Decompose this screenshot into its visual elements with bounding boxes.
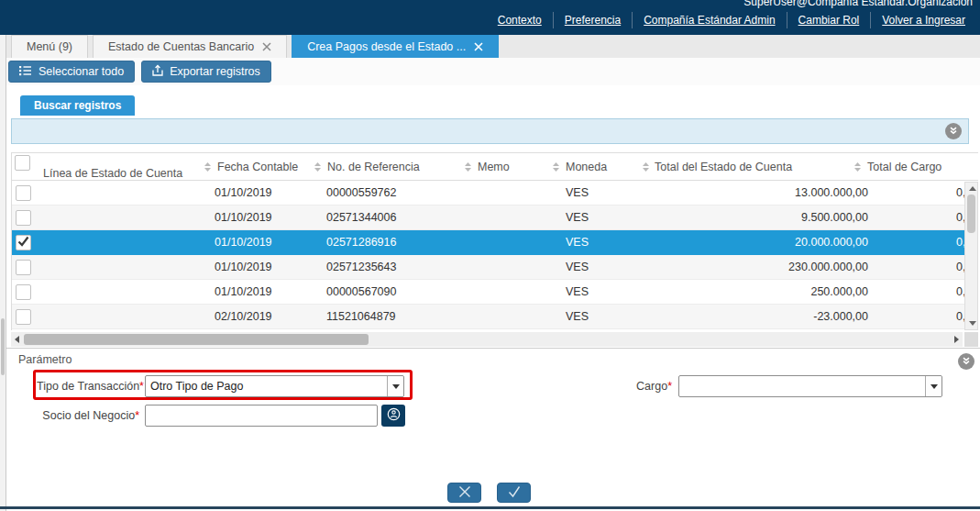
row-checkbox[interactable] — [16, 284, 31, 300]
dropdown-button[interactable] — [925, 376, 941, 396]
business-partner-search-button[interactable] — [381, 405, 405, 427]
search-filter-panel[interactable] — [11, 118, 969, 144]
cell-no-referencia: 02571235643 — [326, 255, 436, 280]
collapse-search-button[interactable] — [945, 123, 962, 139]
column-header-linea[interactable]: Línea de Estado de Cuenta — [43, 167, 182, 180]
splitter-handle[interactable] — [1, 318, 5, 375]
scroll-up-arrow-icon[interactable] — [969, 186, 976, 191]
cell-total-cargo: 0,00 — [956, 255, 964, 280]
table-row[interactable]: 02/10/2019 11521064879 VES -23.000,00 0,… — [12, 305, 964, 329]
cell-moneda: VES — [566, 255, 621, 280]
chevron-down-icon — [392, 384, 400, 389]
transaction-type-value: Otro Tipo de Pago — [150, 376, 243, 396]
tab-estado-de-cuentas-bancario[interactable]: Estado de Cuentas Bancario — [93, 35, 287, 58]
cell-moneda: VES — [566, 181, 621, 206]
scroll-right-arrow-icon[interactable] — [954, 336, 959, 343]
x-icon — [457, 485, 472, 501]
cell-moneda: VES — [566, 280, 621, 305]
export-records-button[interactable]: Exportar registros — [141, 61, 271, 83]
horizontal-scroll-thumb[interactable] — [24, 334, 369, 345]
cancel-button[interactable] — [447, 483, 481, 503]
tab-menu[interactable]: Menú (9) — [11, 35, 88, 58]
column-header-moneda[interactable]: Moneda — [566, 161, 607, 173]
collapse-parameter-button[interactable] — [958, 353, 974, 370]
row-checkbox[interactable] — [16, 309, 31, 325]
close-icon[interactable] — [474, 42, 483, 51]
sort-arrows-icon[interactable] — [464, 161, 472, 172]
panel-divider — [6, 348, 980, 349]
column-header-total-cargo[interactable]: Total de Cargo — [867, 161, 941, 173]
close-icon[interactable] — [262, 42, 271, 51]
cell-memo — [478, 280, 551, 305]
column-header-memo[interactable]: Memo — [478, 161, 510, 173]
sort-arrows-icon[interactable] — [853, 161, 862, 172]
business-partner-input[interactable] — [145, 405, 378, 427]
charge-select[interactable] — [678, 375, 942, 397]
list-icon — [19, 65, 32, 79]
application-window: SuperUser@Compañía Estándar.Organización… — [0, 0, 980, 511]
tab-label: Estado de Cuentas Bancario — [108, 40, 254, 53]
vertical-scrollbar[interactable] — [964, 182, 978, 330]
cell-no-referencia: 00000567090 — [326, 280, 436, 305]
column-header-fecha-contable[interactable]: Fecha Contable — [217, 161, 298, 173]
cell-memo — [478, 181, 551, 206]
link-cambiar-rol[interactable]: Cambiar Rol — [787, 12, 871, 28]
check-icon — [17, 236, 29, 250]
required-marker: * — [139, 380, 144, 393]
transaction-type-select[interactable]: Otro Tipo de Pago — [145, 375, 404, 397]
horizontal-scrollbar[interactable] — [11, 332, 963, 347]
link-contexto[interactable]: Contexto — [487, 12, 553, 28]
charge-label: Cargo* — [587, 380, 672, 393]
tab-label: Crea Pagos desde el Estado ... — [307, 40, 466, 53]
upload-icon — [152, 64, 163, 79]
row-checkbox-checked[interactable] — [16, 235, 31, 250]
row-checkbox[interactable] — [16, 260, 31, 275]
sort-arrows-icon[interactable] — [552, 161, 560, 172]
window-bottom-border — [0, 506, 980, 509]
cell-total-estado: 13.000.000,00 — [643, 181, 868, 206]
select-all-checkbox[interactable] — [15, 155, 30, 171]
scroll-left-arrow-icon[interactable] — [15, 336, 19, 343]
confirm-button[interactable] — [497, 483, 531, 503]
scroll-down-arrow-icon[interactable] — [969, 321, 976, 326]
parameter-panel-title: Parámetro — [18, 353, 72, 366]
table-row[interactable]: 01/10/2019 02571235643 VES 230.000.000,0… — [12, 255, 964, 280]
cell-fecha-contable: 01/10/2019 — [215, 280, 297, 305]
sort-arrows-icon[interactable] — [204, 161, 212, 172]
cell-fecha-contable: 01/10/2019 — [215, 255, 297, 280]
cell-total-cargo: 0,00 — [956, 181, 964, 206]
link-compania-estandar-admin[interactable]: Compañía Estándar Admin — [632, 12, 786, 28]
sort-arrows-icon[interactable] — [642, 161, 650, 172]
sort-arrows-icon[interactable] — [314, 161, 322, 172]
search-tab-label: Buscar registros — [34, 99, 121, 112]
table-row[interactable]: 01/10/2019 02571344006 VES 9.500.000,00 … — [12, 206, 964, 230]
transaction-type-label: Tipo de Transacción* — [37, 380, 139, 393]
row-checkbox[interactable] — [16, 185, 31, 201]
double-chevron-down-icon — [962, 355, 971, 368]
cell-fecha-contable: 02/10/2019 — [215, 305, 297, 329]
cell-fecha-contable: 01/10/2019 — [215, 230, 297, 255]
west-panel-splitter[interactable] — [0, 35, 6, 511]
link-preferencia[interactable]: Preferencia — [553, 12, 632, 28]
cell-moneda: VES — [566, 305, 621, 329]
table-row-selected[interactable]: 01/10/2019 02571286916 VES 20.000.000,00… — [12, 230, 964, 255]
dropdown-button[interactable] — [387, 376, 403, 396]
cell-memo — [478, 230, 551, 255]
tab-buscar-registros[interactable]: Buscar registros — [20, 95, 135, 116]
select-all-button[interactable]: Seleccionar todo — [8, 61, 135, 83]
cell-fecha-contable: 01/10/2019 — [215, 206, 297, 230]
column-header-total-estado[interactable]: Total del Estado de Cuenta — [655, 161, 792, 173]
label-text: Tipo de Transacción — [37, 380, 139, 393]
double-chevron-down-icon — [949, 125, 958, 138]
link-volver-a-ingresar[interactable]: Volver a Ingresar — [870, 12, 976, 28]
cell-total-estado: 20.000.000,00 — [643, 230, 868, 255]
label-text: Socio del Negocio — [42, 409, 135, 422]
person-circle-icon — [387, 407, 401, 424]
table-row[interactable]: 01/10/2019 00000559762 VES 13.000.000,00… — [12, 181, 964, 206]
tab-crea-pagos-desde-el-estado[interactable]: Crea Pagos desde el Estado ... — [292, 35, 499, 58]
cell-total-cargo: 0,00 — [956, 230, 964, 255]
row-checkbox[interactable] — [16, 210, 31, 226]
vertical-scroll-thumb[interactable] — [967, 194, 975, 233]
column-header-no-referencia[interactable]: No. de Referencia — [327, 161, 420, 173]
table-row[interactable]: 01/10/2019 00000567090 VES 250.000,00 0,… — [12, 280, 964, 305]
